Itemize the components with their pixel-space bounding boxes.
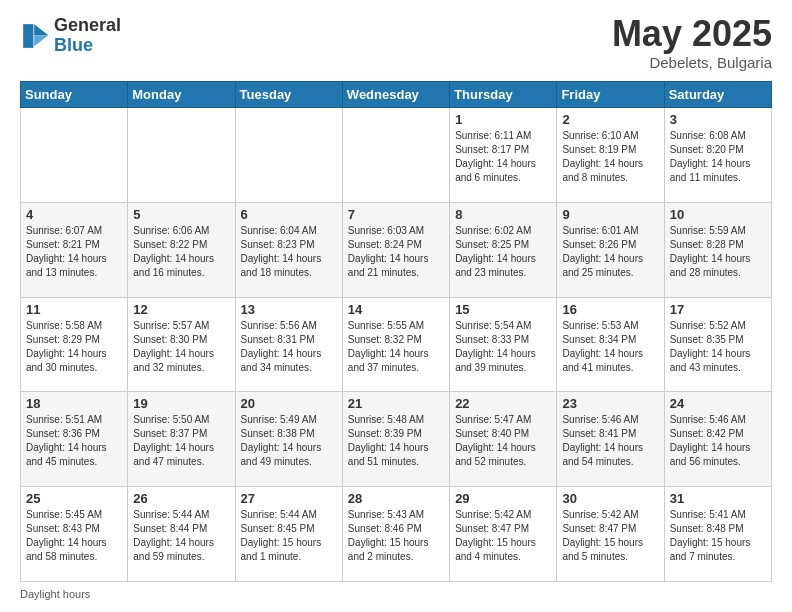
day-info: Sunrise: 5:50 AM Sunset: 8:37 PM Dayligh… [133, 413, 229, 469]
day-number: 21 [348, 396, 444, 411]
daylight-label: Daylight hours [20, 588, 90, 600]
calendar-cell: 21Sunrise: 5:48 AM Sunset: 8:39 PM Dayli… [342, 392, 449, 487]
day-info: Sunrise: 5:53 AM Sunset: 8:34 PM Dayligh… [562, 319, 658, 375]
calendar-cell: 26Sunrise: 5:44 AM Sunset: 8:44 PM Dayli… [128, 487, 235, 582]
day-number: 20 [241, 396, 337, 411]
day-number: 2 [562, 112, 658, 127]
calendar-cell: 9Sunrise: 6:01 AM Sunset: 8:26 PM Daylig… [557, 202, 664, 297]
day-number: 10 [670, 207, 766, 222]
day-info: Sunrise: 6:04 AM Sunset: 8:23 PM Dayligh… [241, 224, 337, 280]
day-number: 28 [348, 491, 444, 506]
calendar-cell: 31Sunrise: 5:41 AM Sunset: 8:48 PM Dayli… [664, 487, 771, 582]
location: Debelets, Bulgaria [612, 54, 772, 71]
day-info: Sunrise: 5:43 AM Sunset: 8:46 PM Dayligh… [348, 508, 444, 564]
day-info: Sunrise: 5:54 AM Sunset: 8:33 PM Dayligh… [455, 319, 551, 375]
calendar-cell [21, 108, 128, 203]
calendar-cell: 4Sunrise: 6:07 AM Sunset: 8:21 PM Daylig… [21, 202, 128, 297]
month-year: May 2025 [612, 16, 772, 52]
logo-icon [20, 21, 50, 51]
day-info: Sunrise: 6:01 AM Sunset: 8:26 PM Dayligh… [562, 224, 658, 280]
day-number: 8 [455, 207, 551, 222]
svg-marker-0 [34, 24, 48, 35]
day-number: 4 [26, 207, 122, 222]
calendar-cell: 29Sunrise: 5:42 AM Sunset: 8:47 PM Dayli… [450, 487, 557, 582]
calendar-cell: 17Sunrise: 5:52 AM Sunset: 8:35 PM Dayli… [664, 297, 771, 392]
day-number: 17 [670, 302, 766, 317]
day-info: Sunrise: 5:58 AM Sunset: 8:29 PM Dayligh… [26, 319, 122, 375]
calendar-cell [128, 108, 235, 203]
calendar-cell: 7Sunrise: 6:03 AM Sunset: 8:24 PM Daylig… [342, 202, 449, 297]
day-info: Sunrise: 6:11 AM Sunset: 8:17 PM Dayligh… [455, 129, 551, 185]
day-number: 7 [348, 207, 444, 222]
day-info: Sunrise: 6:10 AM Sunset: 8:19 PM Dayligh… [562, 129, 658, 185]
day-info: Sunrise: 5:44 AM Sunset: 8:44 PM Dayligh… [133, 508, 229, 564]
weekday-header-sunday: Sunday [21, 82, 128, 108]
day-info: Sunrise: 5:52 AM Sunset: 8:35 PM Dayligh… [670, 319, 766, 375]
calendar-cell: 14Sunrise: 5:55 AM Sunset: 8:32 PM Dayli… [342, 297, 449, 392]
day-info: Sunrise: 5:56 AM Sunset: 8:31 PM Dayligh… [241, 319, 337, 375]
svg-marker-1 [34, 35, 48, 46]
day-number: 31 [670, 491, 766, 506]
day-number: 22 [455, 396, 551, 411]
day-info: Sunrise: 5:41 AM Sunset: 8:48 PM Dayligh… [670, 508, 766, 564]
day-info: Sunrise: 5:48 AM Sunset: 8:39 PM Dayligh… [348, 413, 444, 469]
day-info: Sunrise: 6:03 AM Sunset: 8:24 PM Dayligh… [348, 224, 444, 280]
day-info: Sunrise: 5:59 AM Sunset: 8:28 PM Dayligh… [670, 224, 766, 280]
day-info: Sunrise: 6:07 AM Sunset: 8:21 PM Dayligh… [26, 224, 122, 280]
calendar-cell: 25Sunrise: 5:45 AM Sunset: 8:43 PM Dayli… [21, 487, 128, 582]
day-number: 6 [241, 207, 337, 222]
weekday-header-monday: Monday [128, 82, 235, 108]
calendar-cell: 15Sunrise: 5:54 AM Sunset: 8:33 PM Dayli… [450, 297, 557, 392]
title-block: May 2025 Debelets, Bulgaria [612, 16, 772, 71]
week-row-2: 4Sunrise: 6:07 AM Sunset: 8:21 PM Daylig… [21, 202, 772, 297]
calendar-cell: 30Sunrise: 5:42 AM Sunset: 8:47 PM Dayli… [557, 487, 664, 582]
day-number: 12 [133, 302, 229, 317]
header: General Blue May 2025 Debelets, Bulgaria [20, 16, 772, 71]
calendar-cell: 1Sunrise: 6:11 AM Sunset: 8:17 PM Daylig… [450, 108, 557, 203]
day-info: Sunrise: 6:02 AM Sunset: 8:25 PM Dayligh… [455, 224, 551, 280]
day-number: 29 [455, 491, 551, 506]
day-number: 14 [348, 302, 444, 317]
weekday-header-row: SundayMondayTuesdayWednesdayThursdayFrid… [21, 82, 772, 108]
week-row-1: 1Sunrise: 6:11 AM Sunset: 8:17 PM Daylig… [21, 108, 772, 203]
calendar-cell: 19Sunrise: 5:50 AM Sunset: 8:37 PM Dayli… [128, 392, 235, 487]
calendar-cell: 3Sunrise: 6:08 AM Sunset: 8:20 PM Daylig… [664, 108, 771, 203]
calendar-cell: 11Sunrise: 5:58 AM Sunset: 8:29 PM Dayli… [21, 297, 128, 392]
calendar-cell: 16Sunrise: 5:53 AM Sunset: 8:34 PM Dayli… [557, 297, 664, 392]
day-number: 18 [26, 396, 122, 411]
svg-rect-2 [23, 24, 33, 48]
calendar-cell [235, 108, 342, 203]
calendar-cell: 24Sunrise: 5:46 AM Sunset: 8:42 PM Dayli… [664, 392, 771, 487]
day-info: Sunrise: 5:46 AM Sunset: 8:41 PM Dayligh… [562, 413, 658, 469]
calendar-cell: 22Sunrise: 5:47 AM Sunset: 8:40 PM Dayli… [450, 392, 557, 487]
calendar-cell: 18Sunrise: 5:51 AM Sunset: 8:36 PM Dayli… [21, 392, 128, 487]
logo-text: General Blue [54, 16, 121, 56]
day-number: 30 [562, 491, 658, 506]
day-number: 27 [241, 491, 337, 506]
day-info: Sunrise: 5:47 AM Sunset: 8:40 PM Dayligh… [455, 413, 551, 469]
calendar-cell: 13Sunrise: 5:56 AM Sunset: 8:31 PM Dayli… [235, 297, 342, 392]
week-row-4: 18Sunrise: 5:51 AM Sunset: 8:36 PM Dayli… [21, 392, 772, 487]
weekday-header-wednesday: Wednesday [342, 82, 449, 108]
day-info: Sunrise: 5:55 AM Sunset: 8:32 PM Dayligh… [348, 319, 444, 375]
calendar-cell: 27Sunrise: 5:44 AM Sunset: 8:45 PM Dayli… [235, 487, 342, 582]
day-number: 16 [562, 302, 658, 317]
weekday-header-thursday: Thursday [450, 82, 557, 108]
day-info: Sunrise: 6:06 AM Sunset: 8:22 PM Dayligh… [133, 224, 229, 280]
calendar-cell: 12Sunrise: 5:57 AM Sunset: 8:30 PM Dayli… [128, 297, 235, 392]
day-info: Sunrise: 5:51 AM Sunset: 8:36 PM Dayligh… [26, 413, 122, 469]
calendar-cell [342, 108, 449, 203]
calendar-page: General Blue May 2025 Debelets, Bulgaria… [0, 0, 792, 612]
day-info: Sunrise: 5:57 AM Sunset: 8:30 PM Dayligh… [133, 319, 229, 375]
logo-general: General [54, 16, 121, 36]
calendar-cell: 2Sunrise: 6:10 AM Sunset: 8:19 PM Daylig… [557, 108, 664, 203]
calendar-cell: 10Sunrise: 5:59 AM Sunset: 8:28 PM Dayli… [664, 202, 771, 297]
day-info: Sunrise: 5:46 AM Sunset: 8:42 PM Dayligh… [670, 413, 766, 469]
day-info: Sunrise: 5:42 AM Sunset: 8:47 PM Dayligh… [562, 508, 658, 564]
calendar-cell: 23Sunrise: 5:46 AM Sunset: 8:41 PM Dayli… [557, 392, 664, 487]
legend: Daylight hours [20, 588, 772, 600]
day-number: 5 [133, 207, 229, 222]
weekday-header-tuesday: Tuesday [235, 82, 342, 108]
calendar-cell: 20Sunrise: 5:49 AM Sunset: 8:38 PM Dayli… [235, 392, 342, 487]
week-row-5: 25Sunrise: 5:45 AM Sunset: 8:43 PM Dayli… [21, 487, 772, 582]
